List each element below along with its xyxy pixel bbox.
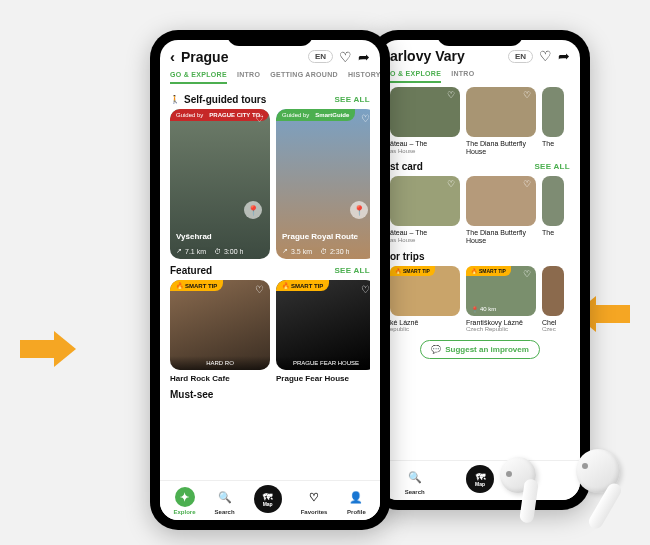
heart-icon: ♡	[304, 487, 324, 507]
search-icon: 🔍	[215, 487, 235, 507]
tab-getting-around[interactable]: GETTING AROUND	[270, 71, 338, 84]
pin-icon: 📍	[350, 201, 368, 219]
phone-notch	[437, 30, 523, 46]
bottom-nav: ✦ Explore 🔍 Search 🗺Map ♡ Favorites 👤 Pr…	[160, 480, 380, 520]
tour-meta: ↗7.1 km ⏱3:00 h	[176, 247, 243, 255]
see-all-link[interactable]: SEE ALL	[334, 266, 370, 275]
chat-icon: 💬	[431, 345, 441, 354]
nav-map[interactable]: 🗺Map	[466, 467, 494, 495]
list-item[interactable]: 🔥 SMART TIP ♡ 📍40 km Františkovy Lázně C…	[466, 266, 536, 333]
list-item[interactable]: Chel Czec	[542, 266, 564, 333]
heart-icon[interactable]: ♡	[361, 113, 370, 124]
row-tours[interactable]: Guided byPRAGUE CITY TO.. ♡ 📍 Vyšehrad ↗…	[170, 109, 370, 259]
back-icon[interactable]: ‹	[170, 48, 175, 65]
inner-caption: PRAGUE FEAR HOUSE	[282, 360, 370, 366]
suggest-improvement-button[interactable]: 💬 Suggest an improvem	[420, 340, 540, 359]
item-sublabel: epublic	[390, 326, 460, 332]
row-postcard[interactable]: ♡ âteau – The as House ♡ The Diana Butte…	[390, 176, 570, 244]
row-featured[interactable]: 🔥 SMART TIP ♡ HARD RO Hard Rock Cafe 🔥 S…	[170, 280, 370, 383]
heart-icon[interactable]: ♡	[539, 48, 552, 64]
item-label: The	[542, 229, 564, 237]
user-icon: 👤	[346, 487, 366, 507]
row-trips[interactable]: 🔥 SMART TIP ké Lázně epublic 🔥 SMART TIP…	[390, 266, 570, 333]
tour-name: Prague Royal Route	[282, 232, 370, 241]
list-item[interactable]: ♡ âteau – The as House	[390, 87, 460, 155]
tab-go-explore[interactable]: O & EXPLORE	[390, 70, 441, 83]
inner-caption: HARD RO	[176, 360, 264, 366]
clock-icon: ⏱	[320, 248, 327, 255]
tour-card[interactable]: Guided byPRAGUE CITY TO.. ♡ 📍 Vyšehrad ↗…	[170, 109, 270, 259]
section-title: or trips	[390, 251, 424, 262]
tab-intro[interactable]: INTRO	[237, 71, 260, 84]
share-icon[interactable]: ➦	[358, 49, 370, 65]
list-item[interactable]: ♡ âteau – The as House	[390, 176, 460, 244]
search-icon: 🔍	[405, 467, 425, 487]
tab-history[interactable]: HISTORY	[348, 71, 380, 84]
heart-icon[interactable]: ♡	[523, 269, 531, 279]
page-title: Prague	[181, 49, 302, 65]
item-label: âteau – The	[390, 140, 460, 148]
heart-icon[interactable]: ♡	[523, 179, 531, 189]
see-all-link[interactable]: SEE ALL	[334, 95, 370, 104]
heart-icon[interactable]: ♡	[447, 90, 455, 100]
item-label: âteau – The	[390, 229, 460, 237]
bottom-nav: 🔍 Search 🗺Map	[380, 460, 580, 500]
see-all-link[interactable]: SEE ALL	[534, 162, 570, 171]
tab-intro[interactable]: INTRO	[451, 70, 474, 83]
nav-explore[interactable]: ✦ Explore	[174, 487, 196, 515]
page-title: arlovy Vary	[390, 48, 502, 64]
section-title: st card	[390, 161, 423, 172]
list-item[interactable]: The	[542, 176, 564, 244]
nav-profile[interactable]: 👤 Profile	[346, 487, 366, 515]
smart-tip-badge: 🔥 SMART TIP	[390, 266, 435, 276]
section-title: Featured	[170, 265, 212, 276]
featured-card[interactable]: 🔥 SMART TIP ♡ PRAGUE FEAR HOUSE	[276, 280, 370, 370]
list-item[interactable]: The	[542, 87, 564, 155]
heart-icon[interactable]: ♡	[339, 49, 352, 65]
screen-secondary: arlovy Vary EN ♡ ➦ O & EXPLORE INTRO ♡ â…	[380, 40, 580, 500]
smart-tip-badge: 🔥 SMART TIP	[170, 280, 223, 291]
map-icon: 🗺Map	[254, 485, 282, 513]
section-title: 🚶Self-guided tours	[170, 94, 266, 105]
smart-tip-badge: 🔥 SMART TIP	[466, 266, 511, 276]
item-label: The Diana Butterfly House	[466, 229, 536, 244]
item-label: The Diana Butterfly House	[466, 140, 536, 155]
language-pill[interactable]: EN	[308, 50, 333, 63]
tab-go-explore[interactable]: GO & EXPLORE	[170, 71, 227, 84]
featured-label: Prague Fear House	[276, 374, 370, 383]
walk-icon: 🚶	[170, 95, 180, 104]
list-item[interactable]: 🔥 SMART TIP ké Lázně epublic	[390, 266, 460, 333]
item-label: Chel	[542, 319, 564, 327]
list-item[interactable]: ♡ The Diana Butterfly House	[466, 87, 536, 155]
heart-icon[interactable]: ♡	[361, 284, 370, 295]
tabs: GO & EXPLORE INTRO GETTING AROUND HISTOR…	[160, 71, 380, 88]
tabs: O & EXPLORE INTRO	[380, 70, 580, 87]
heart-icon[interactable]: ♡	[255, 113, 264, 124]
route-icon: ↗	[176, 247, 182, 255]
heart-icon[interactable]: ♡	[447, 179, 455, 189]
tour-card[interactable]: Guided bySmartGuide ♡ 📍 Prague Royal Rou…	[276, 109, 370, 259]
screen-primary: ‹ Prague EN ♡ ➦ GO & EXPLORE INTRO GETTI…	[160, 40, 380, 520]
section-header-featured: Featured SEE ALL	[170, 265, 370, 276]
phone-secondary: arlovy Vary EN ♡ ➦ O & EXPLORE INTRO ♡ â…	[370, 30, 590, 510]
phone-notch	[227, 30, 313, 46]
item-label: ké Lázně	[390, 319, 460, 327]
list-item[interactable]: ♡ The Diana Butterfly House	[466, 176, 536, 244]
item-sublabel: Czec	[542, 326, 564, 332]
item-label: The	[542, 140, 564, 148]
pin-icon: 📍	[471, 306, 478, 313]
nav-map[interactable]: 🗺Map	[254, 487, 282, 515]
nav-search[interactable]: 🔍 Search	[215, 487, 235, 515]
route-icon: ↗	[282, 247, 288, 255]
featured-card[interactable]: 🔥 SMART TIP ♡ HARD RO	[170, 280, 270, 370]
language-pill[interactable]: EN	[508, 50, 533, 63]
row-items[interactable]: ♡ âteau – The as House ♡ The Diana Butte…	[390, 87, 570, 155]
heart-icon[interactable]: ♡	[255, 284, 264, 295]
heart-icon[interactable]: ♡	[523, 90, 531, 100]
nav-favorites[interactable]: ♡ Favorites	[301, 487, 328, 515]
section-title: Must-see	[170, 389, 213, 400]
item-sublabel: as House	[390, 237, 460, 243]
guide-badge: Guided bySmartGuide	[276, 109, 355, 121]
nav-search[interactable]: 🔍 Search	[405, 467, 425, 495]
share-icon[interactable]: ➦	[558, 48, 570, 64]
